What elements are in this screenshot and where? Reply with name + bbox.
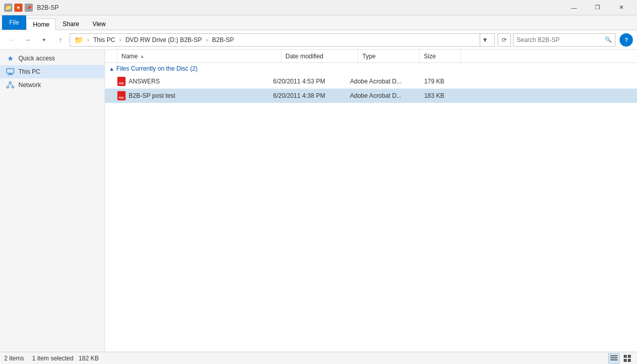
file-size-1: 179 KB	[407, 78, 448, 85]
refresh-button[interactable]: ⟳	[498, 33, 511, 47]
tab-file[interactable]: File	[2, 15, 26, 30]
close-button[interactable]: ✕	[609, 0, 633, 15]
network-icon	[6, 81, 14, 89]
tab-share[interactable]: Share	[56, 18, 86, 30]
status-item-count: 2 items	[4, 355, 24, 362]
column-header-type[interactable]: Type	[358, 50, 420, 62]
file-name-cell-1: ANSWERS	[117, 77, 269, 86]
pdf-icon-1	[117, 77, 126, 86]
svg-rect-11	[624, 355, 627, 358]
sort-indicator: ▲	[140, 54, 145, 59]
back-button[interactable]: ←	[4, 33, 18, 47]
file-name-1: ANSWERS	[129, 78, 160, 85]
status-bar: 2 items 1 item selected 182 KB	[0, 352, 637, 364]
monitor-icon	[6, 68, 14, 76]
help-button[interactable]: ?	[620, 33, 633, 47]
title-controls: — ❐ ✕	[562, 0, 633, 15]
forward-button[interactable]: →	[20, 33, 35, 47]
group-collapse-arrow: ▲	[109, 66, 114, 72]
window-title: B2B-SP	[37, 4, 562, 11]
app-icon-red: ■	[14, 4, 23, 12]
title-bar-icons: 📁 ■ 📌	[4, 4, 33, 12]
svg-point-3	[9, 82, 11, 84]
table-row[interactable]: B2B-SP post test 6/20/2011 4:38 PM Adobe…	[105, 89, 637, 103]
file-type-2: Adobe Acrobat D...	[346, 92, 407, 99]
file-area: Name ▲ Date modified Type Size ▲ Files C…	[105, 50, 637, 352]
svg-rect-9	[610, 357, 618, 358]
svg-rect-0	[7, 69, 14, 73]
column-header-name[interactable]: Name ▲	[117, 50, 281, 62]
group-header-label: Files Currently on the Disc (2)	[116, 65, 198, 72]
breadcrumb-this-pc[interactable]: This PC	[93, 36, 115, 44]
app-icon-pin: 📌	[25, 4, 33, 12]
status-bar-right	[608, 353, 633, 363]
svg-rect-12	[628, 355, 631, 358]
svg-rect-14	[628, 359, 631, 362]
search-icon[interactable]: 🔍	[605, 36, 612, 43]
breadcrumb-current[interactable]: B2B-SP	[212, 36, 234, 44]
star-icon: ★	[6, 54, 14, 62]
search-input[interactable]	[517, 36, 603, 44]
toolbar: ← → ▼ ↑ 📁 › This PC › DVD RW Drive (D:) …	[0, 30, 637, 50]
restore-button[interactable]: ❐	[586, 0, 609, 15]
search-bar[interactable]: 🔍	[513, 33, 615, 47]
breadcrumb-home[interactable]: 📁	[74, 36, 83, 44]
group-header[interactable]: ▲ Files Currently on the Disc (2)	[105, 63, 637, 74]
file-date-1: 6/20/2011 4:53 PM	[269, 78, 346, 85]
breadcrumb-dvd-drive[interactable]: DVD RW Drive (D:) B2B-SP	[126, 36, 202, 44]
address-bar[interactable]: 📁 › This PC › DVD RW Drive (D:) B2B-SP ›…	[70, 33, 495, 47]
svg-point-5	[12, 86, 14, 88]
file-name-2: B2B-SP post test	[129, 92, 175, 99]
svg-rect-8	[610, 355, 618, 356]
svg-rect-2	[8, 74, 13, 75]
up-button[interactable]: ↑	[53, 33, 68, 47]
sidebar-item-quick-access[interactable]: ★ Quick access	[0, 52, 105, 65]
sidebar-label-quick-access: Quick access	[18, 55, 55, 62]
status-selection: 1 item selected 182 KB	[32, 355, 99, 362]
main-area: ★ Quick access This PC	[0, 50, 637, 352]
svg-rect-13	[624, 359, 627, 362]
minimize-button[interactable]: —	[562, 0, 586, 15]
svg-rect-10	[610, 359, 618, 360]
sidebar: ★ Quick access This PC	[0, 50, 105, 352]
file-date-2: 6/20/2011 4:38 PM	[269, 92, 346, 99]
view-details-button[interactable]	[608, 353, 620, 363]
file-name-cell-2: B2B-SP post test	[117, 91, 269, 100]
view-large-icons-button[interactable]	[622, 353, 633, 363]
ribbon: File Home Share View	[0, 15, 637, 30]
column-headers: Name ▲ Date modified Type Size	[105, 50, 637, 63]
tab-home[interactable]: Home	[26, 18, 56, 30]
app-icon-small: 📁	[4, 4, 12, 12]
svg-line-6	[8, 84, 10, 87]
recent-locations-button[interactable]: ▼	[37, 33, 51, 47]
pdf-icon-2	[117, 91, 126, 100]
file-type-1: Adobe Acrobat D...	[346, 78, 407, 85]
svg-line-7	[10, 84, 13, 87]
column-header-size[interactable]: Size	[420, 50, 461, 62]
sidebar-label-this-pc: This PC	[18, 68, 40, 75]
tab-view[interactable]: View	[86, 18, 112, 30]
sidebar-item-this-pc[interactable]: This PC	[0, 65, 105, 78]
table-row[interactable]: ANSWERS 6/20/2011 4:53 PM Adobe Acrobat …	[105, 74, 637, 89]
ribbon-tabs: File Home Share View	[0, 15, 637, 30]
folder-icon: 📁	[74, 36, 83, 44]
svg-rect-1	[9, 73, 12, 74]
sidebar-label-network: Network	[18, 81, 41, 89]
file-size-2: 183 KB	[407, 92, 448, 99]
sidebar-item-network[interactable]: Network	[0, 78, 105, 92]
title-bar: 📁 ■ 📌 B2B-SP — ❐ ✕	[0, 0, 637, 15]
svg-point-4	[7, 86, 9, 88]
address-dropdown-button[interactable]: ▼	[480, 33, 490, 47]
file-list: ▲ Files Currently on the Disc (2) ANSWER…	[105, 63, 637, 352]
column-header-date[interactable]: Date modified	[281, 50, 358, 62]
